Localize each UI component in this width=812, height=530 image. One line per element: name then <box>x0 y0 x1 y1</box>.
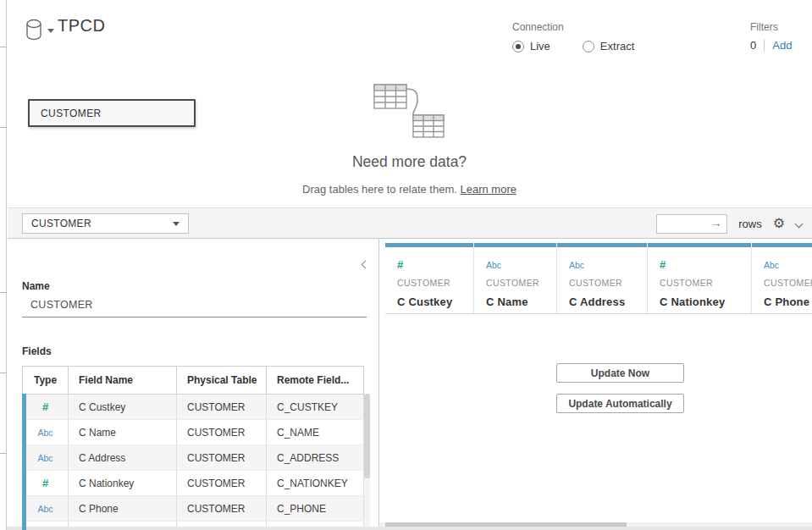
database-icon[interactable] <box>25 19 44 41</box>
table-selector-value: CUSTOMER <box>31 218 91 229</box>
column-table-name: CUSTOMER <box>660 278 751 288</box>
fields-vertical-scrollbar[interactable] <box>364 394 370 530</box>
table-row[interactable]: Abc C Address CUSTOMER C_ADDRESS <box>23 445 364 471</box>
name-input[interactable]: CUSTOMER <box>22 295 367 317</box>
database-menu-caret-icon[interactable] <box>47 29 54 33</box>
physical-table-cell[interactable]: CUSTOMER <box>177 471 267 496</box>
rows-label: rows <box>738 218 761 230</box>
add-filter-link[interactable]: Add <box>772 39 792 52</box>
caret-down-icon <box>173 222 180 226</box>
row-limit-input-wrap: → <box>656 214 727 234</box>
customer-table-chip[interactable]: CUSTOMER <box>28 99 196 127</box>
physical-table-cell[interactable]: CUSTOMER <box>177 420 267 445</box>
column-type-icon[interactable]: Abc <box>764 260 779 270</box>
gear-icon[interactable]: ⚙ <box>773 217 785 230</box>
field-name-cell[interactable]: C Nationkey <box>69 471 177 496</box>
table-row[interactable]: Abc C Phone CUSTOMER C_PHONE <box>23 496 364 522</box>
remote-field-cell[interactable]: C_CUSTKEY <box>267 395 364 420</box>
column-field-name[interactable]: C Custkey <box>397 295 473 308</box>
learn-more-link[interactable]: Learn more <box>460 183 516 196</box>
empty-state-subtitle: Drag tables here to relate them. Learn m… <box>7 183 812 196</box>
field-type-icon[interactable]: # <box>42 400 48 413</box>
data-grid-column-header[interactable]: # CUSTOMER C Nationkey <box>648 243 752 314</box>
scrollbar-thumb[interactable] <box>364 394 370 478</box>
radio-live-icon[interactable] <box>512 41 524 52</box>
datasource-title[interactable]: TPCD <box>58 16 105 36</box>
data-grid-column-header[interactable]: Abc CUSTOMER C Phone <box>752 243 812 314</box>
column-table-name: CUSTOMER <box>397 278 473 288</box>
col-header-type[interactable]: Type <box>23 367 69 395</box>
ruler-tick <box>0 47 7 47</box>
table-row[interactable]: Abc C Name CUSTOMER C_NAME <box>23 420 364 445</box>
column-field-name[interactable]: C Name <box>486 295 556 308</box>
data-grid-header: # CUSTOMER C Custkey Abc CUSTOMER C Name… <box>385 243 812 314</box>
column-type-icon[interactable]: Abc <box>486 260 501 270</box>
column-table-name: CUSTOMER <box>486 278 556 288</box>
drag-hint-text: Drag tables here to relate them. <box>302 183 457 196</box>
column-field-name[interactable]: C Nationkey <box>660 295 751 308</box>
ruler-tick <box>0 453 7 454</box>
remote-field-cell[interactable]: C_NAME <box>267 420 364 445</box>
field-type-icon[interactable]: Abc <box>37 504 52 514</box>
bottom-scroll-track <box>0 527 812 530</box>
table-row[interactable]: # C Nationkey CUSTOMER C_NATIONKEY <box>23 471 364 496</box>
radio-live[interactable]: Live <box>512 40 550 52</box>
empty-state-title: Need more data? <box>7 153 812 171</box>
data-grid-column-header[interactable]: Abc CUSTOMER C Address <box>557 243 648 314</box>
filters-count: 0 <box>750 39 756 52</box>
table-details-toolbar: CUSTOMER → rows ⚙ <box>8 207 812 239</box>
update-now-button[interactable]: Update Now <box>556 363 684 383</box>
connection-label: Connection <box>512 21 634 33</box>
connection-section: Connection Live Extract <box>512 21 634 52</box>
remote-field-cell[interactable]: C_ADDRESS <box>267 445 364 471</box>
field-name-cell[interactable]: C Name <box>69 420 177 445</box>
data-grid-column-header[interactable]: # CUSTOMER C Custkey <box>385 243 474 314</box>
panel-divider[interactable] <box>378 239 379 530</box>
arrow-right-icon[interactable]: → <box>710 217 721 229</box>
fields-label: Fields <box>22 345 52 357</box>
field-name-cell[interactable]: C Custkey <box>69 395 177 420</box>
col-header-remote-field[interactable]: Remote Field... <box>267 367 364 395</box>
remote-field-cell[interactable]: C_NATIONKEY <box>267 471 364 496</box>
field-name-cell[interactable]: C Address <box>69 445 177 471</box>
physical-table-cell[interactable]: CUSTOMER <box>177 445 267 471</box>
fields-table-header-row: Type Field Name Physical Table Remote Fi… <box>23 367 364 395</box>
field-type-icon[interactable]: Abc <box>37 453 52 463</box>
table-selector-dropdown[interactable]: CUSTOMER <box>22 213 189 234</box>
row-selection-bar <box>22 394 26 530</box>
col-header-physical-table[interactable]: Physical Table <box>177 367 267 395</box>
field-type-icon[interactable]: Abc <box>37 428 52 438</box>
grid-horizontal-scrollbar[interactable] <box>379 522 812 527</box>
remote-field-cell[interactable]: C_PHONE <box>267 496 364 522</box>
name-label: Name <box>22 280 50 292</box>
col-header-field-name[interactable]: Field Name <box>69 367 177 395</box>
update-automatically-button[interactable]: Update Automatically <box>556 394 684 413</box>
collapse-panel-button[interactable] <box>362 256 368 271</box>
column-type-icon[interactable]: Abc <box>569 260 584 270</box>
fields-table-body: # C Custkey CUSTOMER C_CUSTKEY Abc C Nam… <box>23 395 364 530</box>
scrollbar-thumb[interactable] <box>385 522 627 527</box>
related-tables-illustration-icon <box>362 76 456 142</box>
column-table-name: CUSTOMER <box>569 278 647 288</box>
table-row[interactable]: # C Custkey CUSTOMER C_CUSTKEY <box>23 395 364 420</box>
column-type-icon[interactable]: # <box>397 258 403 271</box>
field-name-cell[interactable]: C Phone <box>69 496 177 522</box>
column-field-name[interactable]: C Address <box>569 295 647 308</box>
left-pane-edge[interactable] <box>0 0 7 530</box>
data-grid-column-header[interactable]: Abc CUSTOMER C Name <box>474 243 557 314</box>
filters-label: Filters <box>750 21 792 33</box>
radio-extract[interactable]: Extract <box>583 40 634 52</box>
field-type-icon[interactable]: # <box>42 477 48 489</box>
chevron-down-icon[interactable] <box>795 219 804 228</box>
fields-table: Type Field Name Physical Table Remote Fi… <box>22 366 364 530</box>
data-source-page: TPCD Connection Live Extract Filters 0 A… <box>0 0 812 530</box>
ruler-tick <box>0 292 7 293</box>
column-field-name[interactable]: C Phone <box>764 295 812 308</box>
column-type-icon[interactable]: # <box>660 258 666 271</box>
physical-table-cell[interactable]: CUSTOMER <box>177 496 267 522</box>
physical-table-cell[interactable]: CUSTOMER <box>177 395 267 420</box>
radio-extract-icon[interactable] <box>583 41 594 52</box>
filters-section: Filters 0 Add <box>750 21 792 52</box>
ruler-tick <box>0 373 7 373</box>
chevron-left-icon <box>362 261 370 269</box>
